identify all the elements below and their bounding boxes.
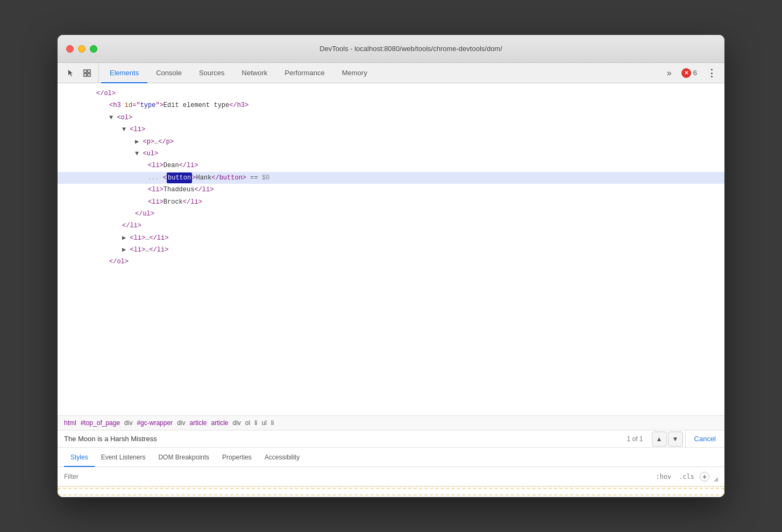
breadcrumb-div-3[interactable]: div: [233, 419, 241, 427]
breadcrumb-gc-wrapper[interactable]: #gc-wrapper: [137, 419, 173, 427]
cls-button[interactable]: .cls: [677, 472, 696, 481]
error-badge-container[interactable]: ✕ 6: [677, 63, 701, 83]
close-button[interactable]: [66, 45, 74, 53]
tab-tools: [60, 63, 99, 83]
minimize-button[interactable]: [78, 45, 86, 53]
dom-line-li-collapsed-1[interactable]: ▶ <li>…</li>: [58, 232, 724, 244]
search-input[interactable]: [58, 430, 621, 447]
breadcrumb-ul[interactable]: ul: [262, 419, 267, 427]
main-content: </ol> <h3 id="type">Edit element type</h…: [58, 83, 724, 497]
dom-line-li-close: </li>: [58, 220, 724, 232]
devtools-menu-button[interactable]: ⋮: [701, 63, 722, 83]
svg-rect-0: [84, 70, 87, 73]
search-cancel-button[interactable]: Cancel: [685, 430, 724, 447]
dom-line-li-collapsed-2[interactable]: ▶ <li>…</li>: [58, 244, 724, 256]
dom-panel[interactable]: </ol> <h3 id="type">Edit element type</h…: [58, 83, 724, 415]
arrow-ol[interactable]: ▼: [109, 112, 117, 123]
lower-tab-styles[interactable]: Styles: [64, 448, 95, 467]
error-count-badge: ✕: [681, 68, 691, 78]
dom-line-p[interactable]: ▶ <p>…</p>: [58, 136, 724, 148]
breadcrumb-top-of-page[interactable]: #top_of_page: [81, 419, 120, 427]
maximize-button[interactable]: [90, 45, 97, 53]
dom-line-li-dean[interactable]: <li>Dean</li>: [58, 160, 724, 171]
tabs-container: Elements Console Sources Network Perform…: [101, 63, 662, 83]
search-nav: ▲ ▼: [650, 432, 685, 447]
dots-indicator: ...: [148, 173, 159, 183]
lower-tab-event-listeners[interactable]: Event Listeners: [95, 448, 152, 467]
resize-handle[interactable]: [713, 476, 718, 481]
error-count-label: 6: [693, 69, 697, 77]
dom-line-li-thaddeus[interactable]: <li>Thaddeus</li>: [58, 184, 724, 196]
arrow-li-outer[interactable]: ▼: [122, 124, 130, 135]
dom-line-h3[interactable]: <h3 id="type">Edit element type</h3>: [58, 99, 724, 111]
dom-line-ol-close: </ol>: [58, 88, 724, 99]
titlebar: DevTools - localhost:8080/web/tools/chro…: [58, 35, 724, 63]
filter-bar: :hov .cls +: [58, 467, 724, 486]
breadcrumb-article-1[interactable]: article: [189, 419, 207, 427]
breadcrumb-ol[interactable]: ol: [245, 419, 250, 427]
filter-input[interactable]: [64, 473, 649, 480]
dom-line-li-outer[interactable]: ▼ <li>: [58, 124, 724, 135]
breadcrumb-html[interactable]: html: [64, 419, 76, 427]
dom-line-li-brock[interactable]: <li>Brock</li>: [58, 196, 724, 208]
tab-network[interactable]: Network: [233, 63, 276, 83]
tag-highlight-button: button: [167, 172, 192, 183]
devtools-window: DevTools - localhost:8080/web/tools/chro…: [58, 35, 724, 497]
add-style-button[interactable]: +: [700, 472, 709, 481]
filter-tools: :hov .cls +: [653, 472, 718, 481]
lower-tabbar: Styles Event Listeners DOM Breakpoints P…: [58, 448, 724, 467]
tab-memory[interactable]: Memory: [333, 63, 376, 83]
dom-line-ul[interactable]: ▼ <ul>: [58, 148, 724, 160]
main-tabbar: Elements Console Sources Network Perform…: [58, 63, 724, 83]
breadcrumb-div-1[interactable]: div: [124, 419, 132, 427]
search-prev-button[interactable]: ▲: [652, 432, 667, 447]
dom-line-ol-close-2: </ol>: [58, 256, 724, 268]
dom-line-ol-open[interactable]: ▼ <ol>: [58, 112, 724, 124]
search-next-button[interactable]: ▼: [668, 432, 683, 447]
dom-line-ul-close: </ul>: [58, 208, 724, 220]
breadcrumb-li-1[interactable]: li: [254, 419, 257, 427]
breadcrumb-div-2[interactable]: div: [177, 419, 185, 427]
breadcrumb-article-2[interactable]: article: [211, 419, 228, 427]
arrow-li-collapsed-2[interactable]: ▶: [122, 245, 130, 255]
breadcrumb-li-2[interactable]: li: [271, 419, 274, 427]
inspect-tool-button[interactable]: [80, 66, 94, 80]
cursor-tool-button[interactable]: [64, 66, 78, 80]
svg-rect-3: [88, 74, 90, 76]
arrow-p[interactable]: ▶: [135, 136, 143, 147]
tab-elements[interactable]: Elements: [101, 63, 147, 83]
bottom-area: [58, 486, 724, 497]
traffic-lights: [66, 45, 97, 53]
window-title: DevTools - localhost:8080/web/tools/chro…: [106, 45, 716, 53]
hov-button[interactable]: :hov: [653, 472, 673, 481]
svg-rect-1: [88, 70, 90, 73]
tab-sources[interactable]: Sources: [190, 63, 233, 83]
more-tabs-button[interactable]: »: [662, 63, 677, 83]
arrow-ul[interactable]: ▼: [135, 148, 143, 159]
lower-tab-accessibility[interactable]: Accessibility: [258, 448, 306, 467]
lower-tab-properties[interactable]: Properties: [216, 448, 258, 467]
search-bar: 1 of 1 ▲ ▼ Cancel: [58, 430, 724, 448]
tab-console[interactable]: Console: [147, 63, 190, 83]
search-result-count: 1 of 1: [621, 435, 650, 443]
lower-tab-dom-breakpoints[interactable]: DOM Breakpoints: [152, 448, 216, 467]
breadcrumb-bar: html #top_of_page div #gc-wrapper div ar…: [58, 415, 724, 430]
tab-performance[interactable]: Performance: [276, 63, 333, 83]
dom-line-button-hank[interactable]: ... <button>Hank</button> == $0: [58, 172, 724, 184]
arrow-li-collapsed-1[interactable]: ▶: [122, 233, 130, 243]
svg-rect-2: [84, 74, 87, 76]
